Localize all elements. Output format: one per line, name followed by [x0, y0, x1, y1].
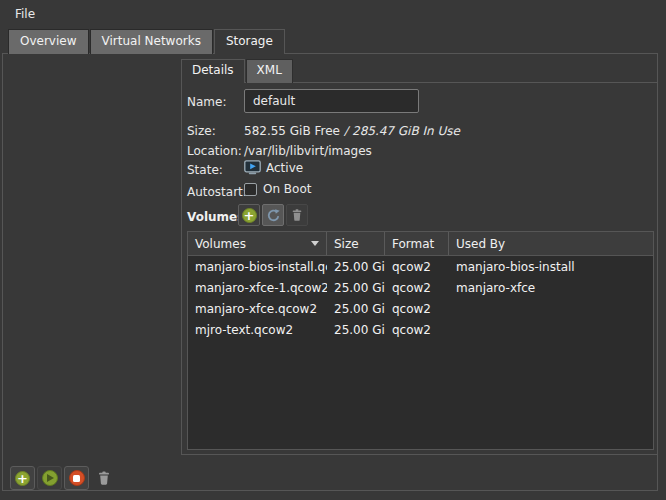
name-label: Name:: [187, 95, 226, 109]
state-label: State:: [187, 163, 223, 177]
add-icon: +: [15, 471, 30, 486]
sort-descending-icon: [311, 241, 319, 246]
table-row[interactable]: mjro-text.qcow2 25.00 GiB qcow2: [188, 319, 653, 340]
file-menu[interactable]: File: [11, 5, 39, 23]
tab-virtual-networks[interactable]: Virtual Networks: [90, 29, 213, 54]
details-tab-bar: Details XML: [181, 59, 293, 83]
table-row[interactable]: manjaro-xfce.qcow2 25.00 GiB qcow2: [188, 298, 653, 319]
pool-actions-toolbar: +: [10, 466, 116, 490]
size-label: Size:: [187, 124, 216, 138]
play-icon: [42, 470, 58, 486]
delete-pool-button[interactable]: [91, 466, 116, 490]
location-label: Location:: [187, 144, 242, 158]
autostart-value: On Boot: [263, 182, 312, 196]
volumes-section-title: Volumes: [187, 210, 244, 224]
table-row[interactable]: manjaro-bios-install.qcow2 25.00 GiB qco…: [188, 256, 653, 277]
menubar: File: [0, 0, 666, 26]
tab-storage[interactable]: Storage: [214, 29, 285, 54]
tab-overview[interactable]: Overview: [8, 29, 89, 54]
add-icon: +: [242, 208, 257, 223]
main-tab-bar: Overview Virtual Networks Storage: [8, 29, 285, 54]
state-value: Active: [266, 161, 303, 175]
autostart-label: Autostart:: [187, 185, 247, 199]
volumes-table: Volumes Size Format Used By manjaro-bios…: [187, 231, 654, 450]
location-value: /var/lib/libvirt/images: [244, 144, 372, 158]
column-header-size[interactable]: Size: [327, 232, 385, 255]
add-pool-button[interactable]: +: [10, 466, 35, 490]
refresh-volumes-button[interactable]: [262, 204, 284, 226]
pool-details-panel: Name: Size: 582.55 GiB Free/285.47 GiB I…: [181, 82, 658, 455]
delete-volume-button[interactable]: [286, 204, 308, 226]
trash-icon: [96, 470, 112, 486]
start-pool-button[interactable]: [37, 466, 62, 490]
volumes-toolbar: +: [238, 204, 308, 226]
virt-manager-connection-details-window: File Overview Virtual Networks Storage 3…: [0, 0, 666, 500]
trash-icon: [290, 208, 304, 222]
size-value: 582.55 GiB Free/285.47 GiB In Use: [244, 124, 460, 138]
column-header-format[interactable]: Format: [385, 232, 449, 255]
table-row[interactable]: manjaro-xfce-1.qcow2 25.00 GiB qcow2 man…: [188, 277, 653, 298]
add-volume-button[interactable]: +: [238, 204, 260, 226]
tab-details[interactable]: Details: [181, 59, 245, 83]
column-header-volumes[interactable]: Volumes: [188, 232, 327, 255]
column-header-used-by[interactable]: Used By: [449, 232, 653, 255]
stop-pool-button[interactable]: [64, 466, 89, 490]
autostart-checkbox[interactable]: [244, 183, 257, 196]
pool-running-icon: [244, 160, 261, 175]
refresh-icon: [266, 208, 281, 223]
volumes-table-header: Volumes Size Format Used By: [188, 232, 653, 256]
stop-icon: [69, 470, 85, 486]
pool-name-input[interactable]: [244, 89, 419, 113]
tab-xml[interactable]: XML: [246, 59, 293, 83]
